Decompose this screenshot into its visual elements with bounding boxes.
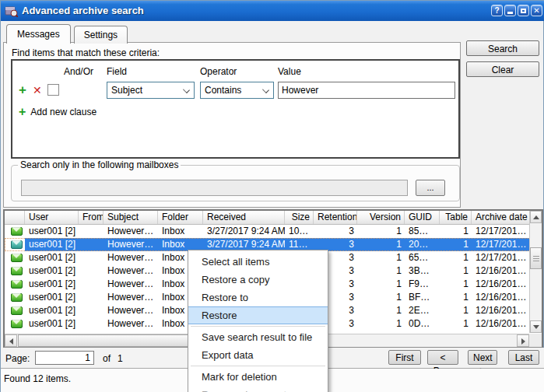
- menu-item-select-all-items[interactable]: Select all items: [188, 253, 328, 271]
- column-user[interactable]: User: [25, 211, 79, 224]
- cell-guid: 65…: [405, 251, 440, 264]
- tab-messages[interactable]: Messages: [6, 24, 71, 44]
- menu-item-restore-a-copy[interactable]: Restore a copy: [188, 271, 328, 289]
- column-retention[interactable]: Retention: [314, 211, 357, 224]
- scroll-left-button[interactable]: [5, 334, 17, 347]
- column-folder[interactable]: Folder: [158, 211, 203, 224]
- help-button[interactable]: ?: [491, 5, 503, 16]
- arrow-right-icon: [521, 338, 525, 345]
- field-dropdown[interactable]: Subject: [107, 82, 195, 99]
- column-archive-date[interactable]: Archive date: [472, 211, 532, 224]
- cell-archive-date: 12/16/201…: [472, 304, 532, 317]
- cell-subject: However…: [104, 251, 158, 264]
- cell-guid: 0D…: [405, 317, 440, 331]
- menu-item-export-data[interactable]: Export data: [188, 346, 328, 364]
- last-page-button[interactable]: Last: [508, 350, 539, 365]
- cell-version: 1: [357, 251, 405, 264]
- column-header-andor: And/Or: [48, 66, 93, 77]
- close-button[interactable]: ✕: [531, 5, 542, 16]
- cell-subject: However…: [104, 264, 158, 278]
- column-icon[interactable]: [5, 211, 25, 224]
- cell-user: user001 [2]: [25, 304, 79, 317]
- cell-retention: 3: [314, 225, 357, 238]
- mailboxes-input[interactable]: [21, 180, 408, 196]
- mail-icon: [11, 293, 23, 302]
- scroll-down-button[interactable]: [530, 320, 542, 333]
- tab-strip: Messages Settings: [6, 26, 128, 44]
- cell-archive-date: 12/17/201…: [472, 225, 532, 238]
- maximize-button[interactable]: [518, 5, 529, 16]
- cell-archive-date: 12/17/201…: [472, 238, 532, 251]
- cell-from: [79, 278, 104, 291]
- menu-item-restore-to[interactable]: Restore to: [188, 289, 328, 306]
- browse-mailboxes-button[interactable]: ...: [416, 180, 445, 196]
- page-number-input[interactable]: [35, 351, 94, 365]
- andor-checkbox[interactable]: [47, 84, 59, 96]
- cell-from: [79, 225, 104, 238]
- value-input[interactable]: [278, 82, 455, 99]
- column-header-operator: Operator: [200, 66, 237, 77]
- cell-user: user001 [2]: [25, 278, 79, 291]
- next-page-button[interactable]: Next >: [468, 350, 497, 365]
- mail-read-icon: [11, 240, 23, 249]
- cell-table: 1: [440, 278, 472, 291]
- window-title: Advanced archive search: [22, 5, 144, 16]
- cell-guid: BF…: [405, 291, 440, 304]
- menu-item-mark-for-deletion[interactable]: Mark for deletion: [188, 368, 328, 386]
- cell-archive-date: 12/16/201…: [472, 264, 532, 278]
- chevron-down-icon: [184, 87, 189, 93]
- first-page-button[interactable]: First: [388, 350, 421, 365]
- column-from[interactable]: From: [79, 211, 104, 224]
- add-new-clause-label: Add new clause: [30, 107, 97, 117]
- titlebar-buttons: ? ✕: [491, 5, 542, 16]
- column-version[interactable]: Version: [357, 211, 405, 224]
- menu-item-recover-document: Recover document: [188, 386, 328, 392]
- cell-from: [79, 304, 104, 317]
- cell-table: 1: [440, 238, 472, 251]
- mail-icon: [11, 280, 23, 289]
- cell-from: [79, 291, 104, 304]
- column-subject[interactable]: Subject: [104, 211, 158, 224]
- cell-guid: 3B…: [405, 264, 440, 278]
- cell-archive-date: 12/16/201…: [472, 317, 532, 331]
- cell-version: 1: [357, 304, 405, 317]
- scroll-right-button[interactable]: [517, 334, 529, 347]
- delete-clause-icon[interactable]: ✕: [33, 84, 42, 96]
- column-received[interactable]: Received: [203, 211, 285, 224]
- cell-subject: However…: [104, 291, 158, 304]
- cell-received: 3/27/2017 9:24 AM: [203, 225, 285, 238]
- minimize-button[interactable]: [504, 5, 516, 16]
- cell-table: 1: [440, 264, 472, 278]
- vertical-scrollbar[interactable]: [529, 211, 542, 333]
- criteria-label: Find items that match these criteria:: [12, 47, 160, 58]
- cell-user: user001 [2]: [25, 291, 79, 304]
- search-button[interactable]: Search: [466, 40, 539, 56]
- arrow-up-icon: [533, 215, 539, 219]
- scroll-up-button[interactable]: [530, 211, 542, 223]
- cell-guid: 20…: [405, 238, 440, 251]
- cell-from: [79, 238, 104, 251]
- add-new-clause-link[interactable]: + Add new clause: [19, 105, 97, 119]
- cell-table: 1: [440, 317, 472, 331]
- cell-archive-date: 12/16/201…: [472, 278, 532, 291]
- column-guid[interactable]: GUID: [405, 211, 440, 224]
- cell-version: 1: [357, 238, 405, 251]
- column-table[interactable]: Table: [440, 211, 472, 224]
- operator-dropdown[interactable]: Contains: [200, 82, 274, 99]
- clear-button[interactable]: Clear: [466, 61, 539, 77]
- vertical-scroll-thumb[interactable]: [530, 247, 542, 269]
- table-row[interactable]: user001 [2] However… Inbox 3/27/2017 9:2…: [5, 225, 542, 238]
- menu-item-save-search-result-to-file[interactable]: Save search result to file: [188, 328, 328, 346]
- cell-size: 10…: [285, 225, 314, 238]
- cell-from: [79, 251, 104, 264]
- criteria-row: + ✕ Subject Contains: [12, 82, 458, 100]
- cell-table: 1: [440, 251, 472, 264]
- tab-settings[interactable]: Settings: [74, 26, 128, 44]
- prev-page-button[interactable]: < Prev: [427, 350, 458, 365]
- arrow-down-icon: [533, 325, 539, 329]
- cell-version: 1: [357, 317, 405, 331]
- cell-user: user001 [2]: [25, 264, 79, 278]
- menu-item-restore[interactable]: Restore: [188, 306, 328, 324]
- add-clause-icon[interactable]: +: [19, 82, 26, 98]
- column-size[interactable]: Size: [285, 211, 314, 224]
